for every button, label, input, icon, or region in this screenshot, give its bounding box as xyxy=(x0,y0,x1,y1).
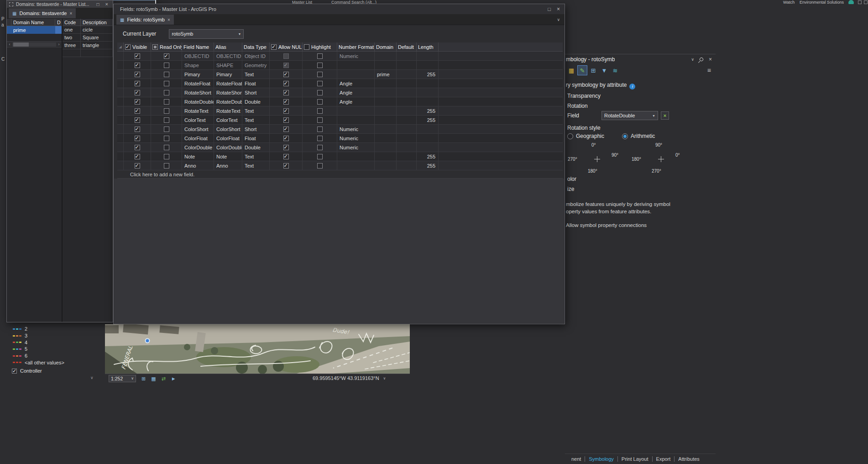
column-header-description[interactable]: Description xyxy=(81,19,113,26)
scroll-right-icon[interactable]: › xyxy=(56,42,62,47)
close-button[interactable]: × xyxy=(105,1,108,7)
highlight-checkbox[interactable] xyxy=(317,72,323,77)
current-layer-select[interactable]: rotoSymb ▼ xyxy=(169,29,244,39)
horizontal-scrollbar[interactable]: ‹ › xyxy=(7,42,62,47)
panel-tab-attributes[interactable]: Attributes xyxy=(674,456,703,462)
read-only-checkbox[interactable] xyxy=(164,117,169,123)
column-header-domain-name[interactable]: Domain Name xyxy=(11,19,55,26)
highlight-checkbox[interactable] xyxy=(317,127,323,132)
add-new-field-row[interactable]: Click here to add a new field. xyxy=(117,170,563,179)
column-header[interactable]: Field Name xyxy=(182,42,214,52)
visible-checkbox[interactable] xyxy=(135,154,140,159)
panel-tab-nent[interactable]: nent xyxy=(568,456,585,462)
allow-null-checkbox[interactable] xyxy=(283,72,289,77)
vary-attributes-icon[interactable]: ✎ xyxy=(578,66,587,75)
filter-icon[interactable]: ▼ xyxy=(600,66,609,75)
settings-icon[interactable] xyxy=(864,0,868,4)
chevron-down-icon[interactable]: ∨ xyxy=(383,376,386,380)
radio-arithmetic[interactable]: Arithmetic xyxy=(622,133,671,139)
column-header[interactable]: Number Format xyxy=(337,42,375,52)
legend-item[interactable]: 4 xyxy=(0,339,105,346)
section-color[interactable]: olor xyxy=(567,176,576,182)
visible-checkbox[interactable] xyxy=(135,99,140,105)
coordinates-readout[interactable]: 69.9595145°W 43.9119163°N ∨ xyxy=(313,375,386,381)
domains-titlebar[interactable]: Domains: ttestaverde - Master List... □ … xyxy=(7,0,113,8)
highlight-checkbox[interactable] xyxy=(317,99,323,105)
restore-button[interactable]: □ xyxy=(548,6,551,12)
visible-checkbox[interactable] xyxy=(135,117,140,123)
allow-null-checkbox[interactable] xyxy=(283,154,289,159)
read-only-checkbox[interactable] xyxy=(164,127,169,132)
highlight-checkbox[interactable] xyxy=(317,81,323,86)
read-only-checkbox[interactable] xyxy=(164,108,169,114)
field-row[interactable]: ShapeSHAPEGeometry xyxy=(117,61,563,70)
field-row[interactable]: ColorFloatColorFloatFloatNumeric xyxy=(117,134,563,143)
scroll-left-icon[interactable]: ‹ xyxy=(7,42,12,47)
org-label[interactable]: Environmental Solutions xyxy=(800,0,844,4)
highlight-checkbox[interactable] xyxy=(317,145,323,150)
watch-label[interactable]: Watch xyxy=(783,0,795,4)
section-rotation[interactable]: Rotation xyxy=(567,103,588,109)
allow-null-checkbox[interactable] xyxy=(283,99,289,105)
empty-domain-row[interactable] xyxy=(7,34,62,42)
highlight-checkbox[interactable] xyxy=(317,136,323,141)
read-only-checkbox[interactable] xyxy=(164,81,169,86)
panel-tab-print-layout[interactable]: Print Layout xyxy=(617,456,652,462)
tab-domains-ttestaverde[interactable]: ▦ Domains: ttestaverde × xyxy=(9,8,76,18)
visible-checkbox[interactable] xyxy=(135,81,140,86)
field-row[interactable]: ColorDoubleColorDoubleDoubleNumeric xyxy=(117,143,563,152)
allow-null-checkbox[interactable] xyxy=(283,127,289,132)
code-table-row[interactable]: threetriangle xyxy=(63,42,113,49)
tab-fields-rotosymb[interactable]: ▦ Fields: rotoSymb × xyxy=(116,15,174,25)
column-header[interactable]: Alias xyxy=(214,42,242,52)
highlight-checkbox[interactable] xyxy=(317,163,323,169)
allow-null-checkbox[interactable] xyxy=(283,117,289,123)
visible-checkbox[interactable] xyxy=(135,163,140,169)
visible-checkbox[interactable] xyxy=(135,145,140,150)
close-tab-icon[interactable]: × xyxy=(69,11,72,16)
header-checkbox[interactable] xyxy=(152,44,158,50)
tab-list-chevron-icon[interactable]: ∨ xyxy=(557,17,560,22)
legend-item[interactable]: <all other values> xyxy=(0,359,105,366)
allow-null-checkbox[interactable] xyxy=(283,136,289,141)
menu-icon[interactable]: ≡ xyxy=(707,67,711,74)
map-scale-select[interactable]: 1:252 ∨ xyxy=(109,375,136,382)
code-table-row[interactable]: twoSquare xyxy=(63,34,113,42)
allow-null-checkbox[interactable] xyxy=(283,81,289,86)
legend-item[interactable]: 3 xyxy=(0,332,105,339)
column-header[interactable]: Default xyxy=(397,42,417,52)
symbology-titlebar[interactable]: mbology - rotoSymb ∨ × xyxy=(565,54,716,64)
highlight-checkbox[interactable] xyxy=(317,90,323,95)
close-button[interactable]: × xyxy=(557,6,560,12)
section-transparency[interactable]: Transparency xyxy=(567,93,601,99)
column-header[interactable]: Allow NULL xyxy=(270,42,303,52)
header-checkbox[interactable] xyxy=(271,44,277,50)
field-row[interactable]: ColorShortColorShortShortNumeric xyxy=(117,125,563,134)
avatar[interactable] xyxy=(848,0,854,4)
highlight-checkbox[interactable] xyxy=(317,63,323,68)
read-only-checkbox[interactable] xyxy=(164,63,169,68)
legend-item[interactable]: 2 xyxy=(0,326,105,332)
legend-item[interactable]: 5 xyxy=(0,346,105,353)
rotation-field-select[interactable]: RotateDouble ▼ xyxy=(601,111,658,120)
snapping-grid-icon[interactable]: ⊞ xyxy=(141,376,146,381)
chevron-down-icon[interactable]: ∨ xyxy=(691,57,694,62)
field-row[interactable]: ColorTextColorTextText255 xyxy=(117,116,563,125)
field-row[interactable]: RotateFloatRotateFloatFloatAngle xyxy=(117,79,563,88)
corner-triangle-icon[interactable]: ◢ xyxy=(117,42,124,52)
scales-icon[interactable]: ≋ xyxy=(611,66,620,75)
read-only-checkbox[interactable] xyxy=(164,72,169,77)
field-row[interactable]: RotateTextRotateTextText255 xyxy=(117,106,563,116)
collapsed-pane-letter[interactable]: P xyxy=(1,16,5,21)
layer-visibility-checkbox[interactable] xyxy=(12,369,17,374)
allow-null-checkbox[interactable] xyxy=(283,90,289,95)
read-only-checkbox[interactable] xyxy=(164,136,169,141)
read-only-checkbox[interactable] xyxy=(164,154,169,159)
highlight-checkbox[interactable] xyxy=(317,108,323,114)
visible-checkbox[interactable] xyxy=(135,63,140,68)
clear-field-button[interactable]: × xyxy=(661,111,669,120)
code-table-row[interactable] xyxy=(63,49,113,57)
column-header[interactable]: Length xyxy=(417,42,439,52)
map-view[interactable]: Dude! FENERAL xyxy=(105,324,410,374)
allow-null-checkbox[interactable] xyxy=(283,108,289,114)
